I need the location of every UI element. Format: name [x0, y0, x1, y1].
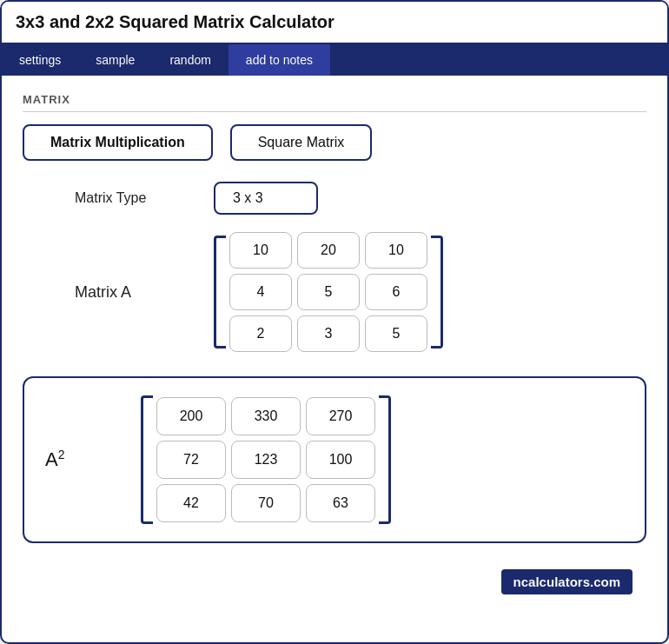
matrix-a-cell-2-0[interactable]: 2 [229, 315, 292, 352]
result-cell-1-1: 123 [231, 441, 301, 479]
title-bar: 3x3 and 2x2 Squared Matrix Calculator [2, 2, 667, 44]
result-cell-0-1: 330 [231, 397, 301, 435]
result-matrix-grid: 200 330 270 72 123 100 42 70 63 [156, 397, 375, 522]
matrix-a-cell-2-1[interactable]: 3 [297, 315, 360, 352]
result-cell-2-0: 42 [156, 484, 226, 522]
brand-badge: ncalculators.com [501, 569, 633, 594]
nav-item-sample[interactable]: sample [78, 44, 152, 76]
matrix-a-row: Matrix A 10 20 10 4 5 6 2 3 5 [23, 232, 646, 352]
tab-button-row: Matrix Multiplication Square Matrix [23, 124, 646, 161]
matrix-a-cell-0-1[interactable]: 20 [297, 232, 360, 269]
matrix-type-select[interactable]: 3 x 3 [214, 182, 318, 215]
page-title: 3x3 and 2x2 Squared Matrix Calculator [16, 12, 334, 31]
matrix-a-cell-1-2[interactable]: 6 [365, 274, 427, 310]
matrix-a-grid: 10 20 10 4 5 6 2 3 5 [229, 232, 427, 352]
matrix-a-cell-2-2[interactable]: 5 [365, 315, 427, 352]
nav-item-add-to-notes[interactable]: add to notes [229, 44, 330, 76]
matrix-a-cell-0-0[interactable]: 10 [229, 232, 292, 269]
matrix-type-row: Matrix Type 3 x 3 [23, 182, 646, 215]
matrix-a-cell-1-0[interactable]: 4 [229, 274, 292, 310]
matrix-a-cell-0-2[interactable]: 10 [365, 232, 427, 269]
matrix-a-bracket-left [214, 236, 226, 349]
result-cell-0-2: 270 [306, 397, 375, 435]
nav-item-settings[interactable]: settings [2, 44, 78, 76]
result-cell-1-2: 100 [306, 441, 375, 479]
result-bracket-left [141, 395, 153, 524]
app-container: 3x3 and 2x2 Squared Matrix Calculator se… [0, 0, 669, 644]
nav-bar: settings sample random add to notes [2, 44, 667, 76]
matrix-a-bracket-wrap: 10 20 10 4 5 6 2 3 5 [214, 232, 443, 352]
nav-item-random[interactable]: random [152, 44, 228, 76]
result-box: A2 200 330 270 72 123 100 42 70 63 [23, 376, 646, 543]
tab-square-matrix[interactable]: Square Matrix [230, 124, 373, 161]
result-cell-2-1: 70 [231, 484, 301, 522]
matrix-a-bracket-right [431, 236, 443, 349]
main-content: MATRIX Matrix Multiplication Square Matr… [2, 76, 667, 621]
result-bracket-right [379, 395, 391, 524]
result-bracket-wrap: 200 330 270 72 123 100 42 70 63 [141, 395, 391, 524]
footer-brand: ncalculators.com [23, 561, 646, 603]
result-cell-2-2: 63 [306, 484, 375, 522]
section-label: MATRIX [23, 93, 646, 112]
matrix-a-label: Matrix A [75, 283, 214, 302]
result-label: A2 [45, 448, 115, 471]
matrix-a-cell-1-1[interactable]: 5 [297, 274, 360, 310]
tab-matrix-multiplication[interactable]: Matrix Multiplication [23, 124, 213, 161]
result-cell-0-0: 200 [156, 397, 226, 435]
result-cell-1-0: 72 [156, 441, 226, 479]
matrix-type-label: Matrix Type [75, 190, 214, 206]
